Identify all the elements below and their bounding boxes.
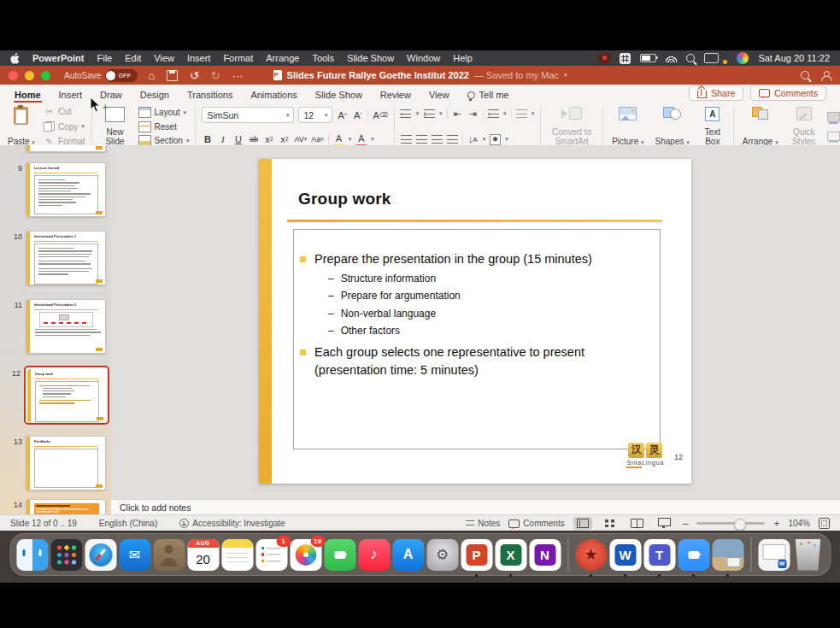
comments-toggle[interactable]: Comments [508, 519, 564, 528]
new-slide-button[interactable]: New Slide [98, 105, 132, 148]
strikethrough-button[interactable]: ab [248, 132, 259, 145]
tab-review[interactable]: Review [379, 88, 412, 103]
slide-canvas[interactable]: Group work Prepare the presentation in t… [111, 145, 840, 499]
saved-status[interactable]: — Saved to my Mac [474, 70, 559, 80]
zoom-slider-thumb[interactable] [734, 519, 746, 531]
save-icon[interactable] [167, 70, 178, 81]
zoom-window-button[interactable] [41, 71, 50, 80]
superscript-button[interactable]: x2 [263, 132, 274, 145]
italic-button[interactable]: I [217, 132, 228, 145]
character-spacing-button[interactable]: AV ▾ [294, 132, 307, 145]
menu-item-help[interactable]: Help [453, 53, 473, 63]
launchpad-dock-icon[interactable] [50, 539, 82, 571]
cut-button[interactable]: ✂Cut [44, 107, 85, 116]
slide-title[interactable]: Group work [298, 190, 391, 208]
input-source-icon[interactable] [620, 53, 631, 64]
align-center-button[interactable] [416, 133, 427, 146]
menu-item-edit[interactable]: Edit [125, 53, 141, 63]
zoom-percent[interactable]: 104% [788, 519, 810, 528]
font-name-select[interactable]: SimSun▾ [202, 107, 294, 123]
mail-dock-icon[interactable]: ✉ [119, 539, 150, 571]
word-dock-icon[interactable]: W [609, 539, 641, 571]
copy-button[interactable]: Copy ▾ [44, 121, 85, 132]
reset-button[interactable]: Reset [138, 121, 190, 132]
excel-dock-icon[interactable]: X [495, 539, 526, 571]
line-spacing-button[interactable]: ↕ [488, 108, 500, 120]
language-indicator[interactable]: English (China) [99, 519, 157, 528]
app-store-dock-icon[interactable]: A [392, 539, 424, 571]
trash-dock-icon[interactable] [792, 539, 824, 571]
photos-dock-icon[interactable]: 19 [290, 539, 321, 571]
undo-icon[interactable]: ↺▾ [190, 70, 198, 81]
minimize-window-button[interactable] [25, 71, 34, 80]
menu-item-view[interactable]: View [154, 53, 174, 63]
columns-button[interactable] [516, 108, 527, 120]
arrange-button[interactable]: Arrange ▾ [740, 105, 781, 148]
bullet-list-button[interactable]: • [401, 108, 412, 120]
screen-mirroring-icon[interactable] [704, 53, 719, 63]
underline-button[interactable]: U [232, 132, 244, 145]
wifi-icon[interactable] [666, 54, 677, 62]
align-right-button[interactable] [432, 133, 443, 146]
clear-formatting-icon[interactable]: A⌫ [373, 109, 387, 121]
normal-view-button[interactable] [573, 517, 592, 530]
shapes-button[interactable]: Shapes ▾ [653, 105, 692, 148]
slide-sub-bullet[interactable]: –Structure information [328, 270, 651, 287]
desktop-preview-dock-icon[interactable] [712, 539, 743, 571]
search-icon[interactable] [801, 71, 809, 79]
contacts-dock-icon[interactable] [153, 539, 185, 571]
tab-tell-me[interactable]: Tell me [467, 88, 510, 103]
zoom-slider[interactable] [696, 522, 765, 525]
finder-dock-icon[interactable] [16, 539, 48, 571]
thumbnail-slide-13[interactable]: 13 Feedbacks [26, 436, 106, 490]
spotlight-icon[interactable] [686, 54, 695, 62]
thumbnail-slide-10[interactable]: 10 International Presentation 1 [26, 231, 106, 285]
slide-sub-bullet[interactable]: –Prepare for argumentation [328, 287, 651, 304]
slide-sub-bullet[interactable]: –Other factors [328, 322, 651, 339]
zoom-in-button[interactable]: + [773, 518, 779, 530]
system-settings-dock-icon[interactable]: ⚙ [426, 539, 458, 571]
close-window-button[interactable] [9, 71, 18, 80]
share-user-icon[interactable] [821, 71, 831, 80]
calendar-dock-icon[interactable]: AUG 20 [187, 539, 219, 571]
minimized-window-dock-icon[interactable] [758, 539, 790, 571]
safari-dock-icon[interactable] [85, 539, 116, 571]
apple-menu-icon[interactable] [10, 53, 20, 64]
decrease-font-icon[interactable]: Aˇ [352, 109, 363, 121]
menu-item-insert[interactable]: Insert [187, 53, 211, 63]
increase-indent-button[interactable]: ⇥ [467, 108, 479, 120]
thumbnail-slide-11[interactable]: 11 International Presentation 2 [26, 299, 106, 354]
menu-bar-clock[interactable]: Sat Aug 20 11:22 [758, 53, 830, 63]
change-case-button[interactable]: Aa ▾ [311, 132, 324, 145]
siri-icon[interactable] [737, 52, 749, 64]
bold-button[interactable]: B [202, 132, 213, 145]
layout-button[interactable]: Layout ▾ [138, 107, 190, 118]
menu-item-window[interactable]: Window [407, 53, 440, 63]
music-dock-icon[interactable]: ♪ [358, 539, 390, 571]
font-size-select[interactable]: 12▾ [298, 107, 332, 123]
reminders-dock-icon[interactable]: 1 [256, 539, 287, 571]
slide-bullet[interactable]: Each group selects one representative to… [300, 343, 651, 379]
convert-smartart-button[interactable]: Convert to SmartArt [547, 105, 596, 148]
thumbnail-slide-9[interactable]: 9 Lessons learned [26, 162, 106, 217]
slide-sub-bullet[interactable]: –Non-verbal language [328, 305, 651, 322]
reading-view-button[interactable] [628, 517, 647, 530]
tab-home[interactable]: Home [14, 88, 42, 103]
teams-dock-icon[interactable]: T [643, 539, 675, 571]
onenote-dock-icon[interactable]: N [529, 539, 561, 571]
justify-button[interactable] [447, 133, 458, 146]
notes-placeholder[interactable]: Click to add notes [120, 502, 191, 513]
thumbnail-slide-12-selected[interactable]: 12 Group work [24, 366, 109, 425]
shape-outline-button[interactable]: Shape Outline ▾ [827, 132, 840, 141]
fit-slide-button[interactable] [819, 518, 830, 529]
text-direction-button[interactable]: ↓A [467, 133, 479, 146]
quick-styles-button[interactable]: Quick Styles [787, 105, 821, 148]
tab-transitions[interactable]: Transitions [186, 88, 233, 103]
redo-icon[interactable]: ↻ [211, 70, 220, 81]
notes-dock-icon[interactable] [221, 539, 253, 571]
font-color-button[interactable]: A [355, 132, 367, 146]
slide-thumbnail-panel[interactable]: 9 Lessons learned 10 [0, 145, 111, 514]
slideshow-view-button[interactable] [655, 517, 674, 530]
slide-bullet[interactable]: Prepare the presentation in the group (1… [300, 250, 651, 268]
increase-font-icon[interactable]: A^ [337, 109, 348, 121]
